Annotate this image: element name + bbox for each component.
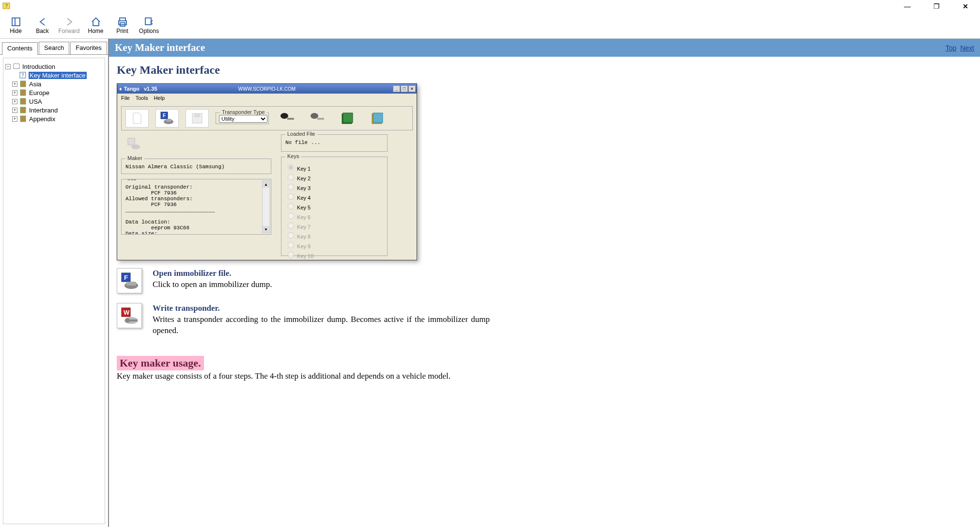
feature-list: F Open immobilizer file. Click to open a… [117,268,490,336]
forward-button[interactable]: Forward [56,12,82,38]
feature-write-transponder-icon: W [117,303,142,328]
embedded-book-green-icon [336,109,359,128]
tree-item-usa[interactable]: USA [29,98,42,105]
embedded-app-version: v1.35 [144,86,157,92]
embedded-maximize-icon: □ [401,85,408,92]
svg-rect-14 [20,116,26,122]
hide-icon [11,16,21,28]
tree-item-asia[interactable]: Asia [29,80,41,88]
tab-search[interactable]: Search [39,42,69,54]
svg-rect-10 [20,81,26,87]
tab-favorites-label: Favorites [76,44,101,51]
feature-open-text: Click to open an immobilizer dump. [153,280,272,289]
svg-rect-39 [129,319,137,321]
embedded-minimize-icon: _ [393,85,400,92]
back-icon [37,16,48,28]
tree-toggle[interactable]: + [12,90,17,96]
book-closed-icon [19,97,27,105]
tree-toggle[interactable]: − [5,64,11,69]
embedded-open-immobilizer-icon: F [156,109,179,128]
top-link[interactable]: Top [946,44,957,52]
tab-contents[interactable]: Contents [2,42,38,55]
forward-icon [64,16,75,28]
embedded-app-icon: ♦ [119,86,122,92]
svg-text:?: ? [21,73,24,78]
tree-item-interbrand[interactable]: Interbrand [29,107,58,114]
key-option: Key 1 [285,163,383,172]
embedded-close-icon: × [408,85,416,92]
maker-value: Nissan Almera Classic (Samsung) [125,164,267,170]
home-button[interactable]: Home [82,12,109,38]
svg-point-38 [125,318,130,323]
svg-rect-22 [287,118,294,120]
hide-button[interactable]: Hide [2,12,29,38]
maker-group-label: Maker [125,155,144,161]
svg-rect-11 [20,90,26,96]
tree-item-appendix[interactable]: Appendix [29,115,55,123]
tree-item-key-maker-interface[interactable]: Key Maker interface [29,72,87,79]
window-close-button[interactable]: ✕ [951,0,980,12]
info-scrollbar: ▲▼ [262,180,270,233]
embedded-key-gray-icon [306,109,329,128]
page-header: Key Maker interface Top Next [109,39,980,57]
embedded-menu-file: File [121,95,130,101]
svg-rect-29 [128,138,135,145]
svg-rect-12 [20,98,26,104]
book-closed-icon [19,106,27,114]
usage-description: Key maker usage consists of a four steps… [117,371,972,381]
home-label: Home [88,28,103,34]
help-page-icon: ? [19,71,27,79]
hide-label: Hide [10,28,22,34]
main-toolbar: Hide Back Forward Home Print Options [0,12,980,39]
svg-point-21 [280,113,288,119]
print-button[interactable]: Print [109,12,136,38]
usage-heading: Key maker usage. [117,356,204,370]
svg-text:F: F [163,113,166,118]
embedded-screenshot: ♦ Tango v1.35 WWW.SCORPIO-LK.COM _ □ × F… [117,83,417,260]
svg-point-30 [131,144,140,149]
embedded-key-black-icon [276,109,299,128]
page-title: Key Maker interface [115,42,205,54]
tab-contents-label: Contents [7,45,32,52]
tree-toggle[interactable]: + [12,81,17,87]
tree-item-introduction[interactable]: Introduction [22,63,55,70]
feature-open-title: Open immobilizer file. [153,269,232,278]
embedded-write-disabled-icon [126,136,141,152]
tree-item-europe[interactable]: Europe [29,89,49,96]
back-button[interactable]: Back [29,12,56,38]
loaded-file-value: No file ... [285,140,383,145]
book-closed-icon [19,89,27,96]
options-button[interactable]: Options [136,12,162,38]
home-icon [91,16,101,28]
window-maximize-button[interactable]: ❐ [922,0,951,12]
key-option-disabled: Key 6 [285,211,383,220]
embedded-menubar: File Tools Help [117,94,417,102]
tab-favorites[interactable]: Favorites [70,42,107,54]
tree-toggle[interactable]: + [12,99,17,104]
svg-rect-20 [194,113,200,117]
content-pane[interactable]: Key Maker interface Top Next Key Maker i… [109,39,980,527]
svg-text:W: W [124,309,130,316]
embedded-app-name: Tango [124,86,140,92]
info-text: Original transponder: PCF 7936 Allowed t… [125,184,267,235]
next-link[interactable]: Next [960,44,974,52]
window-minimize-button[interactable]: — [893,0,922,12]
contents-tree[interactable]: − Introduction ? Key Maker interface + A… [3,58,105,524]
transponder-type-label: Transponder Type [220,109,267,115]
options-icon [144,16,155,28]
info-group-label: Info [125,179,138,181]
svg-rect-13 [20,107,26,113]
embedded-book-yellow-icon [366,109,389,128]
key-option: Key 3 [285,182,383,191]
embedded-menu-tools: Tools [136,95,148,101]
key-option-disabled: Key 7 [285,221,383,230]
feature-write-title: Write transponder. [153,303,220,313]
tree-toggle[interactable]: + [12,116,17,122]
key-option-disabled: Key 9 [285,240,383,249]
window-titlebar: ? — ❐ ✕ [0,0,980,12]
svg-rect-7 [145,18,151,25]
book-open-icon [13,63,20,70]
svg-rect-18 [166,119,171,122]
key-option: Key 4 [285,192,383,201]
tree-toggle[interactable]: + [12,108,17,113]
